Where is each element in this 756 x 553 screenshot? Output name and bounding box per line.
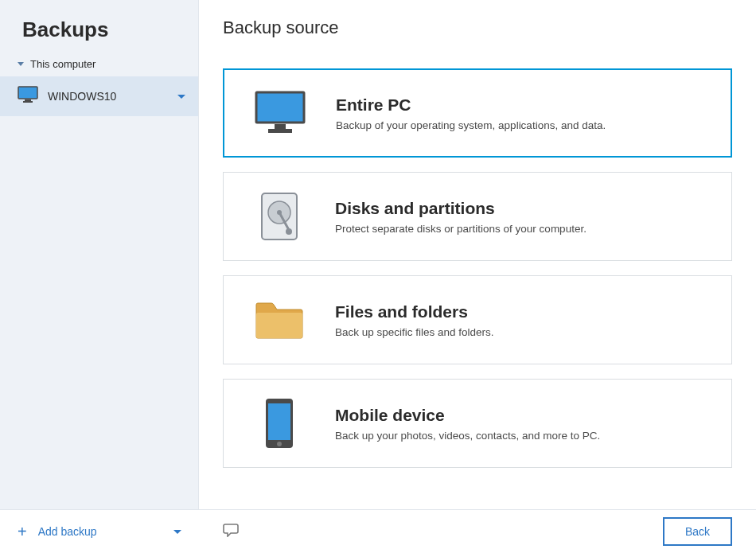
sidebar: Backups This computer WINDOWS10 — [0, 0, 199, 509]
svg-rect-5 — [268, 129, 292, 133]
add-backup-button[interactable]: + Add backup — [18, 523, 97, 541]
option-desc: Back up specific files and folders. — [335, 326, 707, 338]
option-title: Entire PC — [336, 95, 707, 115]
caret-down-icon — [18, 62, 24, 66]
back-button[interactable]: Back — [663, 517, 732, 546]
chevron-down-icon[interactable] — [177, 95, 185, 99]
monitor-icon — [248, 90, 312, 136]
svg-rect-1 — [25, 99, 31, 101]
page-title: Backup source — [223, 18, 732, 38]
svg-rect-4 — [275, 124, 286, 129]
hard-drive-icon — [247, 192, 311, 241]
option-entire-pc[interactable]: Entire PC Backup of your operating syste… — [223, 68, 732, 158]
option-desc: Protect separate disks or partitions of … — [335, 223, 707, 235]
option-title: Mobile device — [335, 406, 707, 425]
option-title: Disks and partitions — [335, 199, 707, 218]
option-desc: Back up your photos, videos, contacts, a… — [335, 430, 707, 442]
footer: + Add backup Back — [0, 509, 756, 553]
svg-rect-11 — [268, 403, 290, 440]
option-mobile-device[interactable]: Mobile device Back up your photos, video… — [223, 379, 732, 468]
sidebar-item-windows10[interactable]: WINDOWS10 — [0, 76, 198, 116]
option-desc: Backup of your operating system, applica… — [336, 119, 707, 131]
svg-rect-2 — [23, 101, 33, 103]
mobile-icon — [247, 397, 311, 450]
option-title: Files and folders — [335, 302, 707, 321]
option-disks-partitions[interactable]: Disks and partitions Protect separate di… — [223, 172, 732, 261]
svg-point-12 — [277, 442, 282, 446]
main-content: Backup source Entire PC Backup of your o… — [199, 0, 756, 509]
svg-rect-3 — [256, 92, 304, 123]
option-files-folders[interactable]: Files and folders Back up specific files… — [223, 275, 732, 364]
sidebar-item-label: WINDOWS10 — [48, 90, 177, 103]
tree-header-label: This computer — [30, 58, 95, 70]
plus-icon: + — [18, 523, 27, 541]
chevron-down-icon[interactable] — [173, 530, 181, 534]
tree-header-this-computer[interactable]: This computer — [0, 52, 198, 76]
monitor-icon — [18, 86, 38, 107]
svg-rect-0 — [18, 87, 37, 99]
sidebar-title: Backups — [0, 0, 198, 52]
svg-point-9 — [286, 228, 292, 235]
folder-icon — [247, 300, 311, 340]
add-backup-label: Add backup — [38, 525, 97, 538]
chat-icon[interactable] — [223, 523, 239, 540]
